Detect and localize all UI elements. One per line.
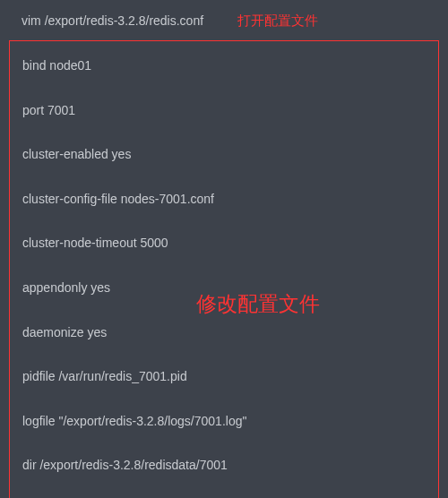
config-line-daemonize: daemonize yes bbox=[22, 324, 426, 342]
config-line-logfile: logfile "/export/redis-3.2.8/logs/7001.l… bbox=[22, 413, 426, 431]
config-line-cluster-enabled: cluster-enabled yes bbox=[22, 146, 426, 164]
config-line-cluster-node-timeout: cluster-node-timeout 5000 bbox=[22, 235, 426, 253]
config-line-bind: bind node01 bbox=[22, 57, 426, 75]
config-content-box: bind node01 port 7001 cluster-enabled ye… bbox=[9, 40, 439, 498]
config-line-pidfile: pidfile /var/run/redis_7001.pid bbox=[22, 368, 426, 386]
modify-config-annotation: 修改配置文件 bbox=[196, 290, 320, 318]
config-line-cluster-config-file: cluster-config-file nodes-7001.conf bbox=[22, 191, 426, 209]
config-line-dir: dir /export/redis-3.2.8/redisdata/7001 bbox=[22, 457, 426, 475]
config-line-port: port 7001 bbox=[22, 102, 426, 120]
vim-command: vim /export/redis-3.2.8/redis.conf bbox=[22, 13, 203, 28]
header-row: vim /export/redis-3.2.8/redis.conf 打开配置文… bbox=[0, 0, 448, 40]
open-config-annotation: 打开配置文件 bbox=[237, 13, 318, 30]
